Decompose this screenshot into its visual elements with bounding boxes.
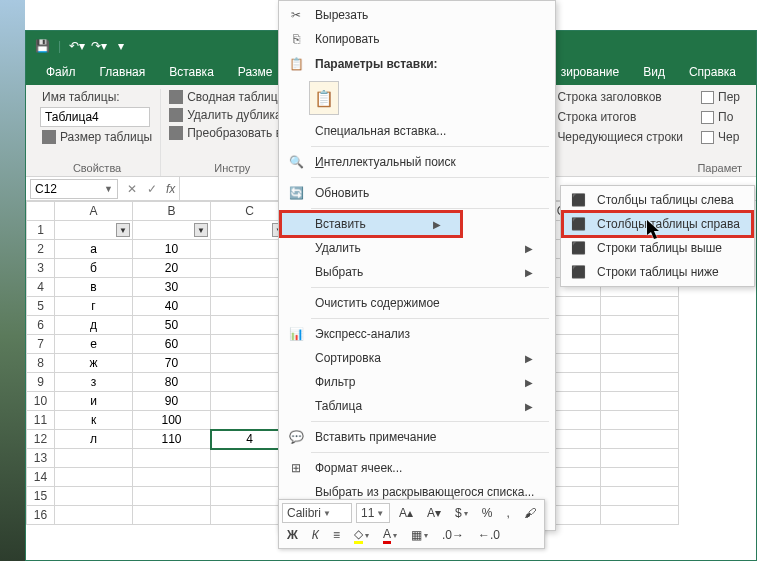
cell[interactable] <box>211 373 289 392</box>
cell[interactable] <box>211 316 289 335</box>
cell[interactable] <box>601 392 679 411</box>
menu-clear-contents[interactable]: Очистить содержимое <box>281 291 553 315</box>
save-icon[interactable]: 💾 <box>34 38 50 54</box>
submenu-cols-right[interactable]: ⬛Столбцы таблицы справа <box>563 212 752 236</box>
cell[interactable]: г <box>55 297 133 316</box>
row-header-6[interactable]: 6 <box>27 316 55 335</box>
cell[interactable]: к <box>55 411 133 430</box>
cell[interactable]: 30 <box>133 278 211 297</box>
increase-decimal-button[interactable]: .0→ <box>437 525 469 545</box>
tab-review[interactable]: зирование <box>549 61 631 85</box>
row-header-5[interactable]: 5 <box>27 297 55 316</box>
cell[interactable] <box>55 487 133 506</box>
cell[interactable]: л <box>55 430 133 449</box>
row-header-4[interactable]: 4 <box>27 278 55 297</box>
row-header-16[interactable]: 16 <box>27 506 55 525</box>
cell[interactable]: 100 <box>133 411 211 430</box>
cell[interactable] <box>211 259 289 278</box>
borders-button[interactable]: ▦▾ <box>406 525 433 545</box>
cell[interactable] <box>601 354 679 373</box>
cell[interactable] <box>601 487 679 506</box>
menu-insert-comment[interactable]: 💬Вставить примечание <box>281 425 553 449</box>
submenu-rows-below[interactable]: ⬛Строки таблицы ниже <box>563 260 752 284</box>
paste-button[interactable]: 📋 <box>309 81 339 115</box>
tab-home[interactable]: Главная <box>88 61 158 85</box>
banded-rows-checkbox[interactable]: ✓Чередующиеся строки <box>538 129 685 145</box>
cell[interactable] <box>601 297 679 316</box>
cell[interactable]: 50 <box>133 316 211 335</box>
select-all-corner[interactable] <box>27 202 55 221</box>
cell[interactable] <box>601 373 679 392</box>
submenu-cols-left[interactable]: ⬛Столбцы таблицы слева <box>563 188 752 212</box>
cell[interactable] <box>211 487 289 506</box>
format-painter-button[interactable]: 🖌 <box>519 503 541 523</box>
cell[interactable] <box>55 506 133 525</box>
row-header-11[interactable]: 11 <box>27 411 55 430</box>
cell[interactable] <box>211 335 289 354</box>
tab-file[interactable]: Файл <box>34 61 88 85</box>
cell[interactable]: 4 <box>211 430 289 449</box>
fill-color-button[interactable]: ◇▾ <box>349 525 374 545</box>
cell[interactable] <box>133 449 211 468</box>
cell[interactable]: б <box>55 259 133 278</box>
table-header-cell[interactable]: Продукты▼ <box>55 221 133 240</box>
col-header-A[interactable]: A <box>55 202 133 221</box>
cell[interactable]: и <box>55 392 133 411</box>
cell[interactable] <box>211 449 289 468</box>
row-header-1[interactable]: 1 <box>27 221 55 240</box>
cell[interactable]: в <box>55 278 133 297</box>
font-size-picker[interactable]: 11▼ <box>356 503 390 523</box>
menu-sort[interactable]: Сортировка▶ <box>281 346 553 370</box>
font-picker[interactable]: Calibri▼ <box>282 503 352 523</box>
undo-icon[interactable]: ↶▾ <box>69 38 85 54</box>
row-header-3[interactable]: 3 <box>27 259 55 278</box>
first-col-checkbox[interactable]: Пер <box>699 89 742 105</box>
header-row-checkbox[interactable]: ✓Строка заголовков <box>538 89 685 105</box>
row-header-8[interactable]: 8 <box>27 354 55 373</box>
menu-format-cells[interactable]: ⊞Формат ячеек... <box>281 456 553 480</box>
table-header-cell[interactable]: Коли▼ <box>211 221 289 240</box>
tab-help[interactable]: Справка <box>677 61 748 85</box>
percent-format-button[interactable]: % <box>477 503 498 523</box>
cell[interactable] <box>55 468 133 487</box>
cell[interactable]: 10 <box>133 240 211 259</box>
cell[interactable]: 40 <box>133 297 211 316</box>
fx-icon[interactable]: fx <box>166 182 175 196</box>
name-box[interactable]: C12▼ <box>30 179 118 199</box>
cell[interactable] <box>601 335 679 354</box>
tab-layout[interactable]: Разме <box>226 61 285 85</box>
cell[interactable]: ж <box>55 354 133 373</box>
cell[interactable]: 110 <box>133 430 211 449</box>
cell[interactable]: д <box>55 316 133 335</box>
filter-dropdown-icon[interactable]: ▼ <box>116 223 130 237</box>
italic-button[interactable]: К <box>307 525 324 545</box>
table-header-cell[interactable]: Цена▼ <box>133 221 211 240</box>
comma-format-button[interactable]: , <box>501 503 514 523</box>
menu-delete[interactable]: Удалить▶ <box>281 236 553 260</box>
row-header-2[interactable]: 2 <box>27 240 55 259</box>
cell[interactable] <box>55 449 133 468</box>
cell[interactable] <box>601 506 679 525</box>
decrease-font-button[interactable]: A▾ <box>422 503 446 523</box>
enter-icon[interactable]: ✓ <box>142 182 162 196</box>
cell[interactable]: 90 <box>133 392 211 411</box>
cell[interactable] <box>211 392 289 411</box>
resize-table-button[interactable]: Размер таблицы <box>40 129 154 145</box>
cell[interactable] <box>211 354 289 373</box>
cell[interactable] <box>211 297 289 316</box>
col-header-C[interactable]: C <box>211 202 289 221</box>
row-header-12[interactable]: 12 <box>27 430 55 449</box>
cell[interactable] <box>211 411 289 430</box>
redo-icon[interactable]: ↷▾ <box>91 38 107 54</box>
align-center-button[interactable]: ≡ <box>328 525 345 545</box>
cell[interactable] <box>133 506 211 525</box>
cell[interactable] <box>211 468 289 487</box>
row-header-10[interactable]: 10 <box>27 392 55 411</box>
bold-button[interactable]: Ж <box>282 525 303 545</box>
row-header-9[interactable]: 9 <box>27 373 55 392</box>
menu-paste-special[interactable]: Специальная вставка... <box>281 119 553 143</box>
row-header-13[interactable]: 13 <box>27 449 55 468</box>
cell[interactable] <box>133 487 211 506</box>
menu-smart-lookup[interactable]: 🔍Интеллектуальный поиск <box>281 150 553 174</box>
filter-dropdown-icon[interactable]: ▼ <box>194 223 208 237</box>
